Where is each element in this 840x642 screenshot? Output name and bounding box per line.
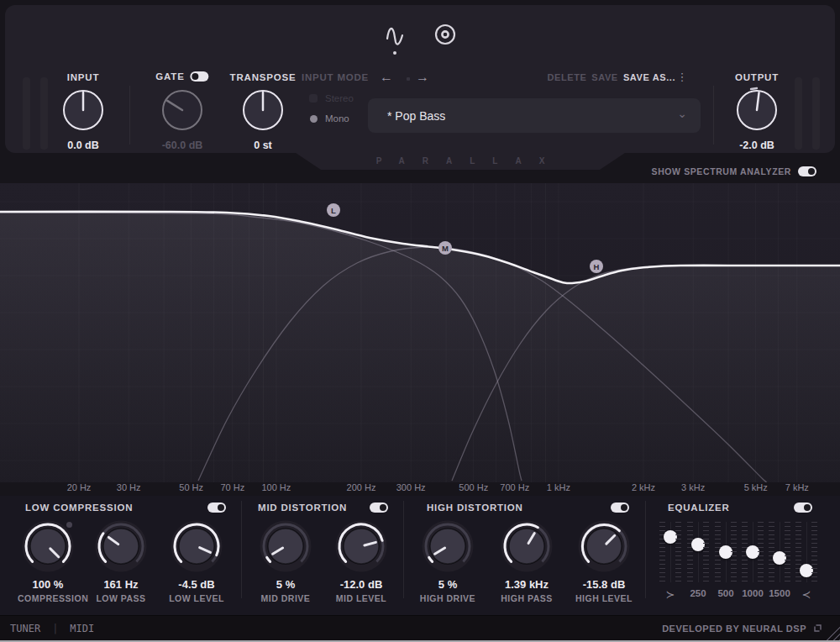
freq-tick-label: 300 Hz: [396, 482, 426, 492]
eq-band-label: 250: [690, 588, 706, 598]
preset-name: * Pop Bass: [387, 109, 677, 123]
eq-slider-handle[interactable]: [800, 564, 813, 577]
lowcut-icon: ≻: [666, 588, 675, 601]
knob-group: 5 %HIGH DRIVE: [417, 519, 478, 603]
previous-preset-icon[interactable]: ←: [380, 70, 393, 85]
knob-label: COMPRESSION: [18, 593, 78, 603]
next-preset-icon[interactable]: →: [416, 70, 429, 85]
section-toggle[interactable]: [207, 503, 226, 513]
speaker-cone-icon[interactable]: [433, 22, 458, 47]
section-title: HIGH DISTORTION: [427, 503, 523, 513]
crossover-graph[interactable]: LMH: [0, 183, 840, 482]
waveform-icon[interactable]: [383, 20, 410, 57]
sum-curve-fill: [0, 212, 840, 482]
section-toggle[interactable]: [370, 503, 388, 513]
svg-text:H: H: [594, 262, 600, 271]
brand-logo: PARALLAX: [359, 156, 563, 166]
resize-icon[interactable]: [812, 623, 823, 634]
eq-band-label: 1000: [742, 588, 764, 598]
knob-group: 1.39 kHzHIGH PASS: [496, 519, 557, 603]
eq-band-slider[interactable]: [742, 522, 764, 582]
high-drive-knob[interactable]: [417, 519, 478, 575]
gate-header: GATE: [155, 71, 208, 82]
band-handle-M[interactable]: M: [438, 241, 452, 255]
section-toggle[interactable]: [611, 503, 629, 513]
section-title: MID DISTORTION: [258, 503, 347, 513]
knob-group: -12.0 dBMID LEVEL: [331, 519, 391, 603]
eq-slider-handle[interactable]: [773, 551, 786, 565]
eq-band-slider[interactable]: [715, 522, 737, 582]
mid-drive-knob[interactable]: [255, 519, 316, 575]
high-level-knob[interactable]: [574, 519, 634, 575]
spectrum-analyzer-toggle[interactable]: [798, 166, 816, 176]
eq-band-slider[interactable]: [769, 522, 790, 582]
section-divider: [645, 501, 646, 598]
freq-tick-label: 7 kHz: [785, 482, 809, 492]
eq-slider-track: [698, 522, 699, 582]
output-meter-right: [812, 77, 820, 150]
stereo-option-label: Stereo: [325, 93, 354, 103]
header-divider: [129, 86, 130, 145]
delete-preset-button[interactable]: DELETE: [548, 72, 587, 82]
band-handle-H[interactable]: H: [590, 260, 603, 273]
gate-value: -60.0 dB: [162, 139, 203, 151]
corner-grip-icon[interactable]: [823, 624, 840, 640]
low-level-knob[interactable]: [166, 519, 227, 575]
eq-band-slider[interactable]: [659, 522, 681, 582]
knob-value: 161 Hz: [91, 578, 151, 591]
gate-toggle[interactable]: [191, 71, 209, 82]
input-meter-right: [40, 77, 48, 150]
eq-band-slider[interactable]: [687, 522, 709, 582]
save-as-button[interactable]: SAVE AS...: [623, 72, 675, 82]
output-knob[interactable]: [732, 85, 782, 135]
eq-slider-handle[interactable]: [691, 538, 705, 551]
radio-square-icon: [309, 94, 318, 103]
eq-slider-handle[interactable]: [664, 530, 677, 544]
freq-tick-label: 20 Hz: [67, 482, 92, 492]
preset-selector[interactable]: * Pop Bass ⌄: [368, 98, 701, 133]
knob-value: -15.8 dB: [574, 578, 634, 591]
output-meter-left: [795, 77, 802, 150]
eq-slider-handle[interactable]: [719, 545, 732, 559]
radio-dot-icon: [310, 115, 318, 123]
low-pass-knob[interactable]: [91, 519, 151, 575]
input-knob[interactable]: [58, 85, 108, 135]
spectrum-analyzer-label: SHOW SPECTRUM ANALYZER: [652, 166, 791, 176]
output-value: -2.0 dB: [739, 139, 774, 151]
input-label: INPUT: [67, 72, 100, 82]
high-pass-knob[interactable]: [496, 519, 557, 575]
eq-band-label: 500: [717, 588, 733, 598]
transpose-knob[interactable]: [238, 85, 288, 135]
knob-label: MID LEVEL: [331, 593, 391, 603]
midi-button[interactable]: MIDI: [70, 623, 94, 634]
section-divider: [403, 501, 404, 598]
highcut-icon: ≺: [802, 588, 811, 601]
knob-group: 161 HzLOW PASS: [91, 519, 151, 603]
gate-knob[interactable]: [157, 85, 207, 135]
svg-text:M: M: [442, 244, 449, 253]
knob-value: 1.39 kHz: [496, 578, 557, 591]
tuner-button[interactable]: TUNER: [10, 623, 40, 634]
section-divider: [241, 501, 242, 598]
header-panel: INPUT 0.0 dB GATE -60.0 dB TRANSPOSE 0 s…: [5, 5, 835, 153]
kebab-menu-icon[interactable]: ⋮: [677, 71, 688, 83]
knob-label: HIGH PASS: [496, 593, 557, 603]
knob-value: 5 %: [417, 578, 478, 591]
knob-label: LOW LEVEL: [166, 593, 227, 603]
band-handle-L[interactable]: L: [327, 203, 340, 217]
freq-tick-label: 1 kHz: [547, 482, 570, 492]
eq-band-slider[interactable]: [795, 522, 817, 582]
eq-slider-handle[interactable]: [746, 545, 759, 559]
input-mode-stereo[interactable]: Stereo: [309, 93, 354, 103]
save-preset-button[interactable]: SAVE: [591, 72, 618, 82]
plugin-window: INPUT 0.0 dB GATE -60.0 dB TRANSPOSE 0 s…: [0, 0, 840, 642]
section-title: LOW COMPRESSION: [25, 503, 133, 513]
output-label: OUTPUT: [735, 72, 779, 82]
knob-value: -4.5 dB: [166, 578, 227, 591]
freq-tick-label: 200 Hz: [347, 482, 376, 492]
input-mode-mono[interactable]: Mono: [310, 113, 349, 124]
freq-tick-label: 3 kHz: [681, 482, 705, 492]
freq-tick-label: 70 Hz: [220, 482, 244, 492]
mid-level-knob[interactable]: [331, 519, 391, 575]
section-toggle[interactable]: [794, 503, 812, 513]
